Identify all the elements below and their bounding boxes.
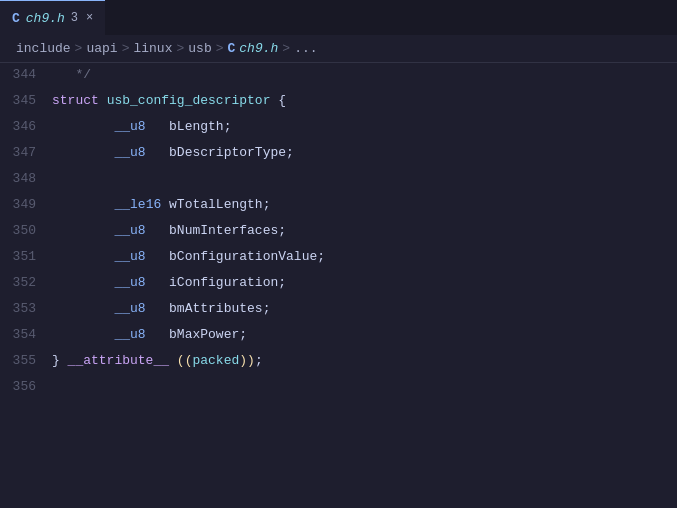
bc-include[interactable]: include [16, 41, 71, 56]
bc-filename[interactable]: ch9.h [239, 41, 278, 56]
tab-filename: ch9.h [26, 11, 65, 26]
code-line: 346 __u8 bLength; [0, 119, 677, 145]
code-line: 344 */ [0, 67, 677, 93]
line-content: __u8 bLength; [52, 119, 231, 134]
line-number: 344 [0, 67, 52, 82]
line-content: __u8 bConfigurationValue; [52, 249, 325, 264]
tab-bar: C ch9.h 3 × [0, 0, 677, 35]
line-content: __u8 bDescriptorType; [52, 145, 294, 160]
code-line: 345struct usb_config_descriptor { [0, 93, 677, 119]
line-number: 355 [0, 353, 52, 368]
line-content [52, 171, 60, 186]
bc-sep-3: > [176, 41, 184, 56]
line-content: */ [52, 67, 91, 82]
code-line: 356 [0, 379, 677, 405]
line-number: 351 [0, 249, 52, 264]
line-number: 353 [0, 301, 52, 316]
tab-close-button[interactable]: × [86, 11, 93, 25]
c-language-icon: C [12, 11, 20, 26]
tab-number: 3 [71, 11, 78, 25]
bc-sep-4: > [216, 41, 224, 56]
line-number: 348 [0, 171, 52, 186]
bc-ellipsis: ... [294, 41, 317, 56]
line-content: __le16 wTotalLength; [52, 197, 270, 212]
line-content: __u8 iConfiguration; [52, 275, 286, 290]
code-line: 354 __u8 bMaxPower; [0, 327, 677, 353]
bc-c-icon: C [228, 41, 236, 56]
breadcrumb: include > uapi > linux > usb > C ch9.h >… [0, 35, 677, 63]
line-content: __u8 bmAttributes; [52, 301, 270, 316]
code-line: 349 __le16 wTotalLength; [0, 197, 677, 223]
line-number: 356 [0, 379, 52, 394]
line-number: 346 [0, 119, 52, 134]
bc-sep-1: > [75, 41, 83, 56]
line-content: } __attribute__ ((packed)); [52, 353, 263, 368]
line-number: 347 [0, 145, 52, 160]
code-line: 353 __u8 bmAttributes; [0, 301, 677, 327]
bc-sep-2: > [122, 41, 130, 56]
code-line: 348 [0, 171, 677, 197]
line-content: __u8 bMaxPower; [52, 327, 247, 342]
bc-linux[interactable]: linux [133, 41, 172, 56]
bc-usb[interactable]: usb [188, 41, 211, 56]
line-number: 354 [0, 327, 52, 342]
line-number: 349 [0, 197, 52, 212]
line-number: 352 [0, 275, 52, 290]
code-editor: 344 */345struct usb_config_descriptor {3… [0, 63, 677, 508]
code-line: 352 __u8 iConfiguration; [0, 275, 677, 301]
bc-uapi[interactable]: uapi [86, 41, 117, 56]
line-number: 350 [0, 223, 52, 238]
tab-ch9[interactable]: C ch9.h 3 × [0, 0, 105, 35]
line-number: 345 [0, 93, 52, 108]
code-line: 347 __u8 bDescriptorType; [0, 145, 677, 171]
code-line: 350 __u8 bNumInterfaces; [0, 223, 677, 249]
code-line: 355} __attribute__ ((packed)); [0, 353, 677, 379]
bc-sep-5: > [282, 41, 290, 56]
line-content [52, 379, 60, 394]
code-line: 351 __u8 bConfigurationValue; [0, 249, 677, 275]
line-content: __u8 bNumInterfaces; [52, 223, 286, 238]
line-content: struct usb_config_descriptor { [52, 93, 286, 108]
